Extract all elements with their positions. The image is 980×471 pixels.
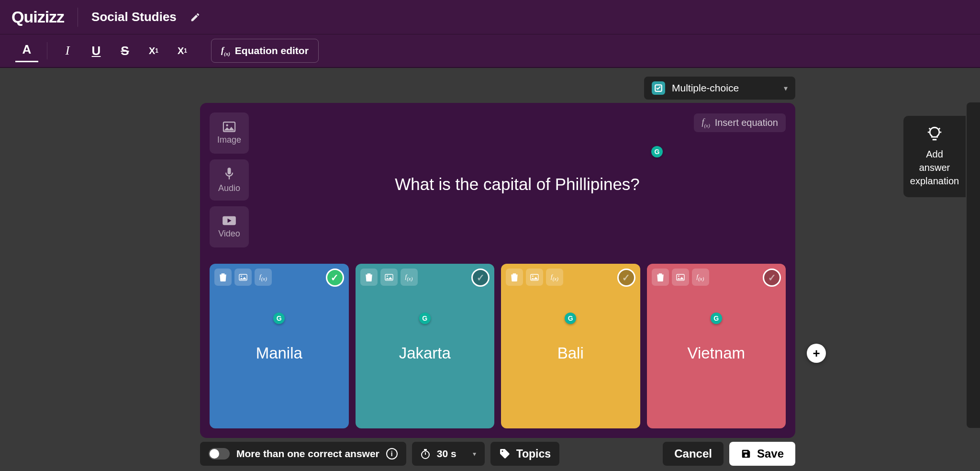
superscript-button[interactable]: X1 — [142, 39, 165, 62]
equation-editor-label: Equation editor — [235, 45, 309, 56]
delete-answer-icon[interactable] — [506, 269, 523, 286]
grammarly-icon[interactable]: G — [565, 313, 576, 324]
answer-card-2[interactable]: f(x) ✓ G Jakarta — [356, 264, 495, 428]
add-explanation-panel[interactable]: Add answerexplanation — [903, 116, 966, 197]
video-icon — [222, 215, 236, 226]
svg-point-2 — [226, 124, 228, 126]
question-area: Image Audio Video — [210, 112, 786, 256]
svg-point-9 — [387, 275, 388, 277]
add-answer-button[interactable]: + — [807, 344, 826, 363]
delete-answer-icon[interactable] — [360, 269, 378, 286]
delete-answer-icon[interactable] — [652, 269, 669, 286]
workspace: Multiple-choice ▾ Image Aud — [0, 68, 980, 471]
topics-label: Topics — [516, 448, 551, 460]
mark-correct-toggle[interactable]: ✓ — [617, 269, 635, 287]
video-label: Video — [218, 229, 240, 239]
svg-line-19 — [929, 128, 930, 129]
chevron-down-icon: ▾ — [784, 84, 788, 93]
answer-image-icon[interactable] — [672, 269, 689, 286]
save-icon — [741, 449, 751, 459]
grammarly-icon[interactable]: G — [273, 313, 285, 324]
svg-point-13 — [678, 275, 679, 277]
checkbox-icon — [652, 81, 665, 95]
answer-text[interactable]: Manila — [210, 344, 349, 362]
insert-equation-button[interactable]: f(x) Insert equation — [694, 113, 786, 132]
save-button[interactable]: Save — [729, 442, 795, 466]
format-toolbar: A I U S X1 X1 f(x) Equation editor — [0, 34, 980, 68]
svg-point-7 — [241, 275, 242, 277]
subscript-button[interactable]: X1 — [171, 39, 194, 62]
edit-title-icon[interactable] — [190, 12, 200, 22]
fx-icon: f(x) — [221, 45, 230, 56]
question-editor-card: Image Audio Video — [200, 103, 795, 438]
answer-text[interactable]: Vietnam — [647, 344, 786, 362]
svg-rect-3 — [228, 168, 231, 174]
quiz-title[interactable]: Social Studies — [91, 10, 177, 24]
answer-card-4[interactable]: f(x) ✓ G Vietnam — [647, 264, 786, 428]
cancel-button[interactable]: Cancel — [663, 442, 724, 466]
multi-correct-pill: More than one correct answer i — [200, 442, 406, 466]
question-type-label: Multiple-choice — [672, 82, 777, 94]
svg-line-20 — [939, 128, 940, 129]
text-color-button[interactable]: A — [15, 39, 38, 62]
add-video-button[interactable]: Video — [210, 206, 249, 247]
time-select[interactable]: 30 s ▾ — [412, 442, 485, 466]
insert-equation-label: Insert equation — [715, 117, 778, 128]
grammarly-icon[interactable]: G — [419, 313, 431, 324]
italic-button[interactable]: I — [56, 39, 79, 62]
answer-equation-icon[interactable]: f(x) — [692, 269, 709, 286]
add-image-button[interactable]: Image — [210, 112, 249, 154]
multi-correct-toggle[interactable] — [209, 448, 230, 460]
mark-correct-toggle[interactable]: ✓ — [326, 269, 344, 287]
topics-button[interactable]: Topics — [490, 442, 559, 466]
answer-image-icon[interactable] — [234, 269, 252, 286]
answer-equation-icon[interactable]: f(x) — [401, 269, 418, 286]
mic-icon — [224, 167, 234, 180]
answer-image-icon[interactable] — [526, 269, 543, 286]
answer-tools: f(x) — [214, 269, 272, 286]
answer-equation-icon[interactable]: f(x) — [255, 269, 272, 286]
answers-row: f(x) ✓ G Manila f(x) ✓ G Jakarta — [210, 264, 786, 428]
lightbulb-icon — [926, 125, 943, 142]
svg-rect-16 — [424, 449, 427, 450]
bottom-bar: More than one correct answer i 30 s ▾ To… — [200, 441, 795, 466]
mark-correct-toggle[interactable]: ✓ — [763, 269, 781, 287]
answer-card-1[interactable]: f(x) ✓ G Manila — [210, 264, 349, 428]
answer-image-icon[interactable] — [380, 269, 398, 286]
answer-card-3[interactable]: f(x) ✓ G Bali — [501, 264, 640, 428]
answer-text[interactable]: Bali — [501, 344, 640, 362]
strikethrough-button[interactable]: S — [113, 39, 136, 62]
image-label: Image — [217, 135, 241, 145]
side-drawer-handle[interactable] — [967, 102, 980, 428]
chevron-down-icon: ▾ — [473, 450, 476, 458]
save-label: Save — [757, 447, 784, 460]
question-type-select[interactable]: Multiple-choice ▾ — [644, 77, 795, 100]
quizizz-logo: Quizizz — [11, 8, 64, 26]
answer-tools: f(x) — [360, 269, 418, 286]
answer-equation-icon[interactable]: f(x) — [546, 269, 563, 286]
svg-point-11 — [532, 275, 534, 277]
answer-tools: f(x) — [652, 269, 709, 286]
answer-text[interactable]: Jakarta — [356, 344, 495, 362]
image-icon — [223, 122, 236, 132]
media-column: Image Audio Video — [210, 112, 249, 256]
add-audio-button[interactable]: Audio — [210, 159, 249, 201]
tag-icon — [499, 448, 511, 460]
multi-correct-label: More than one correct answer — [236, 448, 379, 460]
divider — [78, 8, 78, 27]
answer-tools: f(x) — [506, 269, 563, 286]
mark-correct-toggle[interactable]: ✓ — [471, 269, 490, 287]
add-explanation-label: Add answerexplanation — [910, 147, 959, 188]
grammarly-icon[interactable]: G — [711, 313, 722, 324]
stopwatch-icon — [421, 449, 430, 459]
app-header: Quizizz Social Studies — [0, 0, 980, 34]
equation-editor-button[interactable]: f(x) Equation editor — [211, 39, 319, 63]
delete-answer-icon[interactable] — [214, 269, 232, 286]
time-value: 30 s — [437, 448, 457, 460]
underline-button[interactable]: U — [85, 39, 108, 62]
audio-label: Audio — [218, 183, 240, 193]
question-text[interactable]: What is the capital of Phillipines? — [395, 175, 640, 194]
info-icon[interactable]: i — [386, 448, 398, 460]
question-text-area[interactable]: f(x) Insert equation What is the capital… — [249, 112, 786, 256]
grammarly-icon[interactable]: G — [651, 146, 663, 157]
